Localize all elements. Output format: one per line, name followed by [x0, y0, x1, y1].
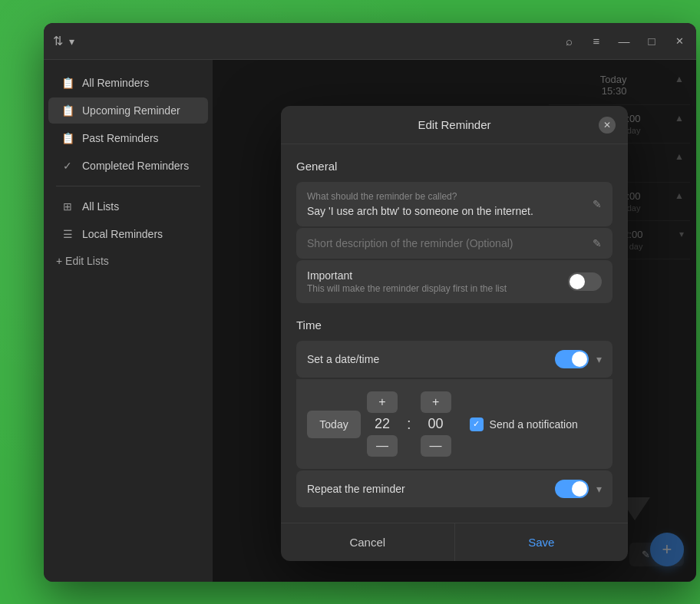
datetime-toggle-knob — [572, 352, 587, 367]
modal-footer: Cancel Save — [281, 523, 628, 561]
description-input-area: Short description of the reminder (Optio… — [307, 237, 593, 249]
title-bar: ⇅ ▾ ⌕ ≡ — □ ✕ — [44, 23, 696, 60]
completed-reminders-icon: ✓ — [61, 160, 74, 172]
reminder-description-field[interactable]: Short description of the reminder (Optio… — [296, 228, 612, 259]
local-reminders-icon: ☰ — [61, 228, 74, 240]
main-content: Today 15:30 ▲ Today 16:00 Every day ▲ — [213, 60, 696, 582]
hour-decrement[interactable]: — — [367, 435, 398, 457]
name-field-value: Say 'I use arch btw' to someone on the i… — [307, 205, 593, 217]
important-title: Important — [307, 269, 507, 282]
modal-header: Edit Reminder ✕ — [281, 106, 628, 144]
set-datetime-row: Set a date/time ▾ — [296, 341, 612, 378]
sidebar-item-all-lists[interactable]: ⊞ All Lists — [48, 193, 208, 219]
sidebar-item-completed-reminders[interactable]: ✓ Completed Reminders — [48, 153, 208, 179]
minute-decrement[interactable]: — — [421, 435, 451, 457]
sidebar-item-upcoming-reminders[interactable]: 📋 Upcoming Reminder — [48, 97, 208, 124]
minute-stepper: + 00 — — [421, 391, 451, 457]
dropdown-icon[interactable]: ▾ — [69, 35, 74, 48]
save-button[interactable]: Save — [455, 523, 629, 561]
minute-increment[interactable]: + — [421, 391, 451, 413]
past-reminders-icon: 📋 — [61, 132, 74, 144]
reminder-name-field[interactable]: What should the reminder be called? Say … — [296, 182, 612, 226]
important-description: This will make the reminder display firs… — [307, 283, 507, 294]
title-bar-left: ⇅ ▾ — [53, 34, 74, 48]
close-button[interactable]: ✕ — [672, 35, 687, 47]
minimize-button[interactable]: — — [616, 35, 632, 48]
day-selector[interactable]: Today — [307, 411, 361, 438]
description-edit-icon[interactable]: ✎ — [593, 237, 602, 249]
hour-value: 22 — [371, 416, 394, 432]
name-edit-icon[interactable]: ✎ — [593, 198, 602, 210]
all-reminders-icon: 📋 — [61, 77, 74, 89]
edit-lists-label: + Edit Lists — [56, 255, 109, 267]
sidebar-item-upcoming-reminders-label: Upcoming Reminder — [82, 104, 180, 117]
modal-body: General What should the reminder be call… — [281, 144, 628, 523]
modal-title: Edit Reminder — [418, 118, 490, 131]
set-datetime-label: Set a date/time — [307, 353, 379, 365]
sidebar: 📋 All Reminders 📋 Upcoming Reminder 📋 Pa… — [44, 60, 213, 582]
datetime-right-controls: ▾ — [555, 350, 602, 368]
sidebar-item-local-reminders-label: Local Reminders — [82, 228, 163, 240]
sidebar-item-past-reminders[interactable]: 📋 Past Reminders — [48, 125, 208, 151]
name-input-area: What should the reminder be called? Say … — [307, 191, 593, 217]
description-placeholder: Short description of the reminder (Optio… — [307, 237, 593, 249]
repeat-label: Repeat the reminder — [307, 483, 405, 495]
general-section-label: General — [296, 160, 612, 173]
name-field-hint: What should the reminder be called? — [307, 191, 593, 202]
menu-icon[interactable]: ≡ — [589, 35, 604, 48]
toggle-knob — [570, 274, 585, 289]
sidebar-item-local-reminders[interactable]: ☰ Local Reminders — [48, 221, 208, 247]
hour-stepper: + 22 — — [367, 391, 398, 457]
time-separator: : — [404, 415, 414, 433]
sidebar-item-all-reminders-label: All Reminders — [82, 77, 149, 89]
important-text: Important This will make the reminder di… — [307, 269, 507, 294]
important-toggle[interactable] — [568, 272, 602, 291]
all-lists-icon: ⊞ — [61, 200, 74, 213]
modal-overlay: Edit Reminder ✕ General What should the … — [213, 60, 696, 582]
maximize-button[interactable]: □ — [644, 35, 659, 48]
minute-value: 00 — [424, 416, 447, 432]
upcoming-reminders-icon: 📋 — [61, 104, 74, 117]
app-window: ⇅ ▾ ⌕ ≡ — □ ✕ 📋 All Reminders 📋 Upcoming… — [44, 23, 696, 582]
sidebar-item-completed-reminders-label: Completed Reminders — [82, 160, 189, 172]
picker-row: Today + 22 — : — [307, 391, 602, 457]
edit-lists-button[interactable]: + Edit Lists — [44, 248, 213, 274]
datetime-picker: Today + 22 — : — [296, 379, 612, 469]
sidebar-item-all-lists-label: All Lists — [82, 200, 119, 213]
repeat-toggle[interactable] — [555, 480, 589, 498]
app-body: 📋 All Reminders 📋 Upcoming Reminder 📋 Pa… — [44, 60, 696, 582]
important-row: Important This will make the reminder di… — [296, 260, 612, 303]
repeat-right-controls: ▾ — [555, 480, 602, 498]
notification-checkbox[interactable]: ✓ — [470, 418, 484, 431]
modal-close-button[interactable]: ✕ — [599, 117, 616, 134]
repeat-chevron-icon[interactable]: ▾ — [596, 483, 602, 495]
repeat-toggle-knob — [572, 481, 587, 497]
datetime-chevron-icon[interactable]: ▾ — [596, 353, 602, 365]
time-section-label: Time — [296, 319, 612, 332]
datetime-toggle[interactable] — [555, 350, 589, 368]
sidebar-item-all-reminders[interactable]: 📋 All Reminders — [48, 70, 208, 96]
notification-label: Send a notification — [490, 418, 578, 431]
edit-reminder-modal: Edit Reminder ✕ General What should the … — [281, 106, 628, 561]
sidebar-divider — [56, 186, 200, 186]
repeat-reminder-row: Repeat the reminder ▾ — [296, 470, 612, 507]
notification-row: ✓ Send a notification — [470, 418, 578, 431]
time-section: Time Set a date/time ▾ — [296, 319, 612, 507]
cancel-button[interactable]: Cancel — [281, 523, 455, 561]
hour-increment[interactable]: + — [367, 391, 398, 413]
sort-icon[interactable]: ⇅ — [53, 34, 63, 48]
search-icon[interactable]: ⌕ — [561, 35, 576, 48]
checkbox-check-icon: ✓ — [473, 419, 480, 429]
title-bar-right: ⌕ ≡ — □ ✕ — [561, 35, 687, 48]
sidebar-item-past-reminders-label: Past Reminders — [82, 132, 159, 144]
